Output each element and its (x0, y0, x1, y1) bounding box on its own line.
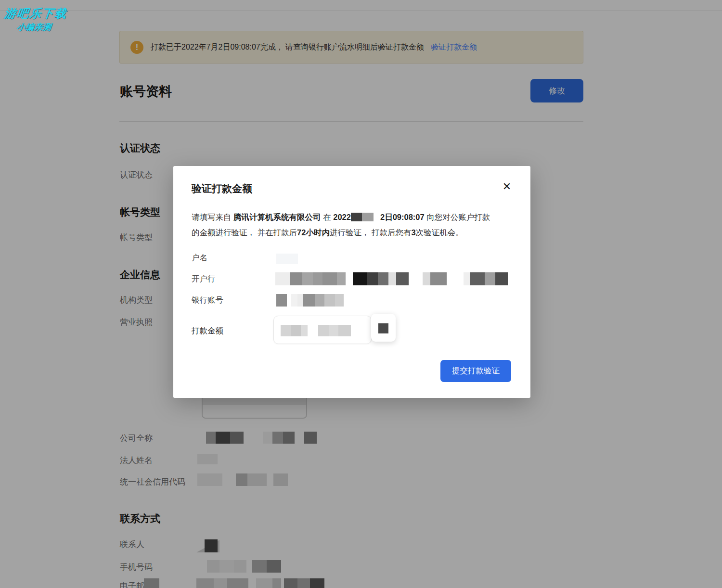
redaction-date-dark (351, 213, 362, 221)
close-icon[interactable]: ✕ (500, 179, 514, 194)
redaction-unit (378, 323, 388, 333)
redaction-bank-account (276, 294, 344, 307)
watermark: 游吧乐下载 小编亲测 (2, 6, 68, 33)
body-seg1: 请填写来自 (192, 213, 233, 221)
redaction-amount-value (281, 325, 351, 336)
transfer-year: 2022 (333, 213, 351, 221)
company-name: 腾讯计算机系统有限公司 (233, 213, 321, 221)
watermark-line2: 小编亲测 (2, 22, 66, 33)
verify-payment-modal: 验证打款金额 ✕ 请填写来自 腾讯计算机系统有限公司 在 20222日09:08… (173, 166, 530, 398)
attempt-count: 3 (412, 228, 416, 237)
body-seg6: 次验证机会。 (416, 228, 464, 237)
body-seg4: 的金额进行验证， 并在打款后 (192, 228, 297, 237)
hours-limit: 72小时内 (297, 228, 330, 237)
amount-label: 打款金额 (192, 326, 223, 336)
body-seg5: 进行验证， 打款后您有 (330, 228, 412, 237)
transfer-datetime: 2日09:08:07 (380, 213, 425, 221)
body-seg2: 在 (321, 213, 334, 221)
amount-input[interactable] (273, 316, 372, 344)
watermark-line1: 游吧乐下载 (4, 6, 68, 21)
body-seg3: 向您对公账户打款 (425, 213, 490, 221)
modal-body-text: 请填写来自 腾讯计算机系统有限公司 在 20222日09:08:07 向您对公账… (192, 209, 515, 240)
amount-unit-addon (371, 314, 396, 342)
redaction-date-light (362, 213, 374, 221)
modal-title: 验证打款金额 (192, 182, 252, 195)
submit-verification-button[interactable]: 提交打款验证 (440, 360, 511, 382)
redaction-account-name (276, 254, 298, 264)
account-name-label: 户名 (192, 253, 207, 263)
bank-account-label: 银行账号 (192, 295, 223, 306)
redaction-bank (275, 272, 508, 285)
bank-label: 开户行 (192, 274, 216, 284)
